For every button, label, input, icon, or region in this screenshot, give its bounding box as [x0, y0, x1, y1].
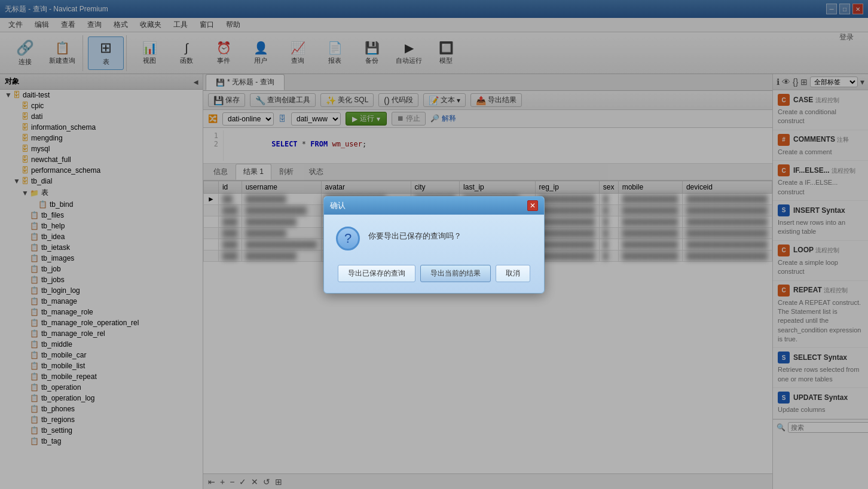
modal-titlebar: 确认 ✕	[324, 197, 544, 215]
cancel-button[interactable]: 取消	[496, 265, 530, 282]
export-current-button[interactable]: 导出当前的结果	[420, 265, 491, 282]
modal-body: ? 你要导出已保存的查询吗？	[324, 215, 544, 256]
modal-question-icon: ?	[336, 227, 360, 250]
modal-message: 你要导出已保存的查询吗？	[368, 227, 461, 243]
modal-buttons: 导出已保存的查询 导出当前的结果 取消	[324, 256, 544, 293]
export-saved-button[interactable]: 导出已保存的查询	[338, 265, 415, 282]
modal-close-button[interactable]: ✕	[527, 200, 538, 211]
modal-dialog: 确认 ✕ ? 你要导出已保存的查询吗？ 导出已保存的查询 导出当前的结果 取消	[323, 196, 545, 294]
modal-title: 确认	[330, 200, 346, 211]
modal-overlay[interactable]: 确认 ✕ ? 你要导出已保存的查询吗？ 导出已保存的查询 导出当前的结果 取消	[0, 0, 868, 489]
